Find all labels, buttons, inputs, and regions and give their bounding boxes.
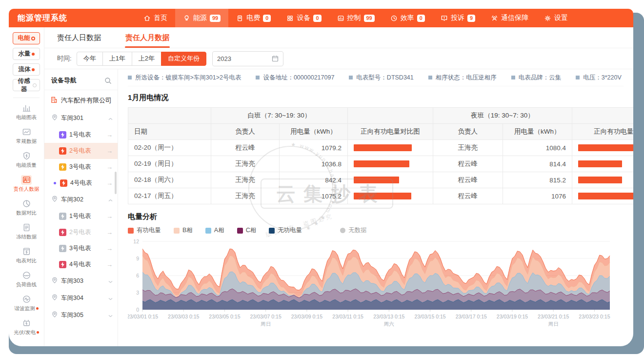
- device-info-item: 所选设备：镀膜车间>车间301>2号电表: [128, 74, 241, 82]
- tab-2[interactable]: 责任人月数据: [125, 27, 169, 48]
- cell-day-bar: [348, 172, 433, 188]
- col-date: 日期: [128, 124, 211, 140]
- category-button-流体[interactable]: 流体: [13, 63, 40, 76]
- svg-text:23/03/07 0:15: 23/03/07 0:15: [250, 314, 282, 319]
- nav-item-8[interactable]: 通信保障: [483, 9, 536, 27]
- category-status-dot: [31, 37, 35, 40]
- gear-icon: [544, 15, 551, 22]
- time-option-上1年[interactable]: 上1年: [102, 52, 132, 66]
- sidebar-item-label: 电能图表: [16, 114, 37, 121]
- category-button-电能[interactable]: 电能: [13, 32, 40, 44]
- collapse-icon[interactable]: [108, 115, 113, 122]
- expand-icon[interactable]: [108, 278, 113, 285]
- info-bullet-icon: [511, 76, 515, 79]
- device-info-text: 电表型号：DTSD341: [356, 74, 413, 82]
- time-option-今年[interactable]: 今年: [77, 52, 103, 66]
- tree-meter-item[interactable]: 1号电表→: [44, 127, 118, 143]
- tree-meter-item[interactable]: 2号电表→: [44, 224, 118, 240]
- nav-item-3[interactable]: 电费0: [228, 9, 279, 27]
- tree-group-车间303[interactable]: 车间303: [44, 273, 118, 290]
- energy-area-chart[interactable]: 03691223/03/01 0:1523/03/03 0:1523/03/05…: [128, 237, 614, 331]
- goto-arrow-icon[interactable]: →: [106, 179, 113, 187]
- table-row: 02-19（周日） 王海亮 1036.8 程云峰 814.4: [128, 156, 634, 172]
- sidebar-item-7[interactable]: 电表对比: [10, 243, 42, 267]
- device-info-item: 电压：3*220V: [576, 74, 622, 82]
- tree-meter-item[interactable]: 3号电表→: [44, 240, 118, 257]
- device-info-item: 设备地址：000000217097: [256, 74, 334, 82]
- time-option-自定义年份[interactable]: 自定义年份: [161, 52, 206, 66]
- tree-meter-label: 4号电表: [69, 260, 91, 269]
- comm-icon: [491, 15, 498, 22]
- device-info-text: 电压：3*220V: [583, 74, 622, 82]
- tree-meter-item[interactable]: 1号电表→: [44, 208, 118, 224]
- tree-meter-label: 1号电表: [69, 212, 91, 220]
- device-info-item: 电表品牌：云集: [511, 74, 562, 82]
- table-row: 02-18（周六） 王海亮 842.4 程云峰 815.2: [128, 172, 634, 188]
- goto-arrow-icon[interactable]: →: [106, 213, 113, 220]
- cell-night-kwh: 1076: [503, 188, 572, 204]
- legend-item-无功电量[interactable]: 无功电量: [269, 226, 302, 235]
- svg-text:23/03/21 0:15: 23/03/21 0:15: [538, 314, 569, 319]
- tree-scrollbar[interactable]: [115, 172, 117, 194]
- goto-arrow-icon[interactable]: →: [106, 245, 113, 252]
- tree-group-label: 车间301: [61, 114, 83, 122]
- category-button-水量[interactable]: 水量: [13, 48, 40, 60]
- expand-icon[interactable]: [108, 312, 113, 319]
- category-label: 流体: [19, 65, 31, 74]
- tab-1[interactable]: 责任人日数据: [57, 27, 101, 48]
- goto-arrow-icon[interactable]: →: [106, 261, 113, 268]
- tree-meter-item[interactable]: 2号电表→: [44, 143, 118, 159]
- tree-meter-item[interactable]: 4号电表→: [44, 175, 118, 191]
- cell-date: 02-20（周一）: [128, 140, 211, 156]
- notification-dot: [37, 331, 39, 334]
- collapse-icon[interactable]: [108, 197, 113, 203]
- sidebar-item-label: 光伏/发电: [14, 329, 39, 336]
- nav-item-7[interactable]: 投诉9: [433, 9, 483, 27]
- tree-group-车间302[interactable]: 车间302: [44, 191, 118, 208]
- sidebar-item-6[interactable]: 冻结数据: [10, 219, 42, 243]
- meter-icon: [59, 245, 66, 252]
- sidebar-item-8[interactable]: 负荷曲线: [10, 267, 42, 291]
- search-icon[interactable]: [104, 77, 112, 84]
- nav-item-2[interactable]: 能源99: [175, 9, 228, 27]
- pie-chart-icon: [21, 199, 32, 209]
- nav-item-4[interactable]: 设备0: [279, 9, 329, 27]
- time-option-上2年[interactable]: 上2年: [132, 52, 161, 66]
- nav-item-6[interactable]: 效率0: [382, 9, 433, 27]
- cell-night-kwh: 1080.4: [503, 140, 572, 156]
- legend-item-C相[interactable]: C相: [237, 226, 257, 235]
- goto-arrow-icon[interactable]: →: [106, 163, 113, 171]
- nav-item-label: 投诉: [451, 14, 464, 22]
- col-person: 负责人: [211, 124, 280, 140]
- tree-meter-item[interactable]: 4号电表→: [44, 257, 118, 273]
- tree-company-item[interactable]: 汽车配件有限公司: [44, 90, 118, 110]
- cell-night-bar: [572, 140, 634, 156]
- sidebar-item-5[interactable]: 数据对比: [10, 196, 42, 219]
- sidebar-item-10[interactable]: 光伏/发电: [10, 315, 42, 339]
- category-button-传感器[interactable]: 传感器: [13, 79, 40, 91]
- legend-item-B相[interactable]: B相: [174, 226, 193, 235]
- nav-item-label: 控制: [347, 14, 361, 22]
- goto-arrow-icon[interactable]: →: [106, 229, 113, 236]
- goto-arrow-icon[interactable]: →: [106, 147, 113, 155]
- nav-item-9[interactable]: 设置: [536, 9, 576, 27]
- sidebar-item-2[interactable]: 常规数据: [10, 124, 42, 148]
- sidebar-item-9[interactable]: 谐波监测: [10, 291, 42, 315]
- legend-item-A相[interactable]: A相: [205, 226, 224, 235]
- sidebar-item-1[interactable]: 电能图表: [10, 100, 42, 124]
- tree-group-车间304[interactable]: 车间304: [44, 290, 118, 307]
- tree-group-车间301[interactable]: 车间301: [44, 110, 118, 127]
- legend-item-有功电量[interactable]: 有功电量: [128, 226, 161, 235]
- col-usage: 用电量（kWh）: [280, 124, 348, 140]
- nav-item-5[interactable]: 控制99: [329, 9, 382, 27]
- tree-group-车间305[interactable]: 车间305: [44, 307, 118, 324]
- sidebar-item-4[interactable]: 责任人数据: [10, 172, 42, 196]
- sidebar-item-3[interactable]: 电能质量: [10, 148, 42, 172]
- year-picker[interactable]: 2023: [212, 51, 283, 66]
- expand-icon[interactable]: [108, 295, 113, 302]
- legend-swatch: [128, 228, 134, 234]
- nav-item-1[interactable]: 首页: [136, 9, 175, 27]
- tree-meter-item[interactable]: 3号电表→: [44, 159, 118, 175]
- tree-meter-label: 2号电表: [69, 147, 91, 155]
- goto-arrow-icon[interactable]: →: [106, 131, 113, 138]
